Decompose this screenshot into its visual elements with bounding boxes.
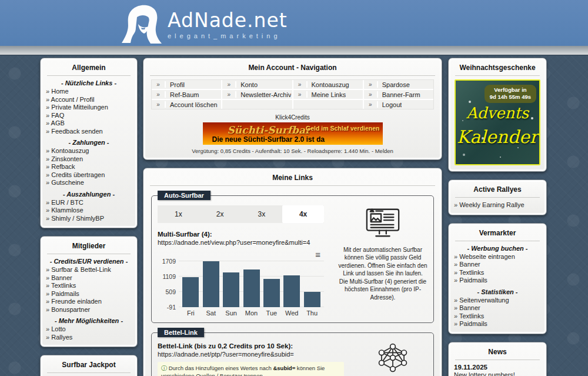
chart-bar xyxy=(182,277,199,307)
site-logo[interactable]: AdNade.net elegant_marketing xyxy=(121,4,288,45)
panel-surfbar-jackpot: Surfbar Jackpot ★ 176,82 Credits xyxy=(40,355,138,376)
sidebar-item-eur-btc[interactable]: EUR / BTC xyxy=(46,199,132,207)
sidebar-item-home[interactable]: Home xyxy=(46,88,132,96)
nav-item-ref-baum[interactable]: »Ref-Baum xyxy=(152,90,221,99)
surfbar-chart-xlabels: FriSatSunMonTueWedThu xyxy=(179,310,324,317)
panel-title: News xyxy=(455,347,540,360)
network-nodes-icon xyxy=(377,342,408,373)
countdown-timer: 9d 14h 55m 49s xyxy=(490,94,531,101)
monitor-browser-icon xyxy=(365,205,401,239)
nav-item-spardose[interactable]: »Spardose xyxy=(364,80,433,89)
panel-title: Surfbar Jackpot xyxy=(47,360,131,373)
sidebar-item-seitenverwaltung[interactable]: Seitenverwaltung xyxy=(454,297,541,305)
section-header: - Statistiken - xyxy=(454,288,541,295)
ad-banner-tagline: Geld im Schlaf verdienen xyxy=(306,125,379,132)
nav-item-account-loeschen[interactable]: »Account löschen xyxy=(152,100,221,109)
nav-label: Profil xyxy=(166,81,185,88)
surfbar-chart-bars xyxy=(179,259,324,307)
panel-title: Meine Links xyxy=(150,172,435,186)
hint-text: Durch das Hinzufügen eines Wertes nach xyxy=(169,365,272,371)
nav-item-konto[interactable]: »Konto xyxy=(222,80,292,89)
tab-3x[interactable]: 3x xyxy=(241,205,283,223)
logo-subtitle: elegant_marketing xyxy=(168,32,288,39)
nav-label: Konto xyxy=(236,81,258,88)
section-header: - Credits/EUR verdienen - xyxy=(46,258,132,265)
tab-4x[interactable]: 4x xyxy=(282,205,324,223)
sidebar-item-gutscheine[interactable]: Gutscheine xyxy=(46,179,132,187)
panel-news: News 19.11.2025 New lottery numbers! 9 1… xyxy=(448,342,547,376)
countdown-badge: Verfügbar in 9d 14h 55m 49s xyxy=(485,85,536,103)
chart-ytick: 1109 xyxy=(162,273,176,280)
chart-bar xyxy=(304,292,320,307)
nav-item-meine-links[interactable]: »Meine Links xyxy=(293,90,363,99)
chart-xlabel: Fri xyxy=(182,310,199,317)
sidebar-item-rallyes[interactable]: Rallyes xyxy=(46,334,132,342)
tab-2x[interactable]: 2x xyxy=(199,205,241,223)
panel-weihnachtsgeschenke: Weihnachtsgeschenke Verfügbar in 9d 14h … xyxy=(448,58,547,172)
nav-label: Ref-Baum xyxy=(166,91,199,98)
sidebar-item-paidmails[interactable]: Paidmails xyxy=(46,290,132,298)
advents-kalender-banner[interactable]: Verfügbar in 9d 14h 55m 49s Advents Kale… xyxy=(455,79,540,165)
panel-allgemein: Allgemein - Nützliche Links - Home Accou… xyxy=(40,58,138,228)
sidebar-item-lotto[interactable]: Lotto xyxy=(46,325,132,334)
auto-surfbar-legend: Auto-Surfbar xyxy=(158,191,211,200)
sidebar-item-private-mitteilungen[interactable]: Private Mitteilungen xyxy=(46,104,132,112)
multi-surfbar-url[interactable]: https://adnade.net/view.php?user=moneyfi… xyxy=(158,239,324,246)
sidebar-item-banner[interactable]: Banner xyxy=(46,274,132,282)
sidebar-item-kontoauszug[interactable]: Kontoauszug xyxy=(46,147,132,155)
panel-title: Mein Account - Navigation xyxy=(150,62,435,76)
suechti-surfbar-ad-banner[interactable]: Süchti-Surfbar Geld im Schlaf verdienen … xyxy=(203,122,383,145)
tab-1x[interactable]: 1x xyxy=(158,205,199,223)
surfbar-multiplier-tabs: 1x 2x 3x 4x xyxy=(158,205,324,223)
chart-xlabel: Sun xyxy=(223,310,239,317)
sidebar-item-textlinks-buchen[interactable]: Textlinks xyxy=(454,269,541,277)
sidebar-item-paidmails-statistik[interactable]: Paidmails xyxy=(454,320,541,328)
sidebar-item-shimly[interactable]: Shimly / ShimlyBP xyxy=(46,215,132,223)
section-header: - Nützliche Links - xyxy=(46,79,132,86)
sidebar-item-banner-buchen[interactable]: Banner xyxy=(454,261,541,269)
sidebar-item-agb[interactable]: AGB xyxy=(46,119,132,128)
sidebar-item-weekly-earning-rallye[interactable]: Weekly Earning Rallye xyxy=(454,201,541,209)
sidebar-item-feedback[interactable]: Feedback senden xyxy=(46,128,132,136)
panel-mitglieder: Mitglieder - Credits/EUR verdienen - Sur… xyxy=(40,236,138,347)
sidebar-item-textlinks[interactable]: Textlinks xyxy=(46,282,132,290)
chart-menu-icon[interactable]: ≡ xyxy=(315,251,320,258)
sidebar-item-credits-uebertragen[interactable]: Credits übertragen xyxy=(46,171,132,179)
nav-arrow-icon: » xyxy=(364,91,378,98)
sidebar-item-surfbar-bettel-link[interactable]: Surfbar & Bettel-Link xyxy=(46,266,132,274)
nav-arrow-icon: » xyxy=(152,81,166,88)
sidebar-item-freunde-einladen[interactable]: Freunde einladen xyxy=(46,298,132,306)
sidebar-item-zinskonten[interactable]: Zinskonten xyxy=(46,155,132,164)
nav-item-kontoauszug[interactable]: »Kontoauszug xyxy=(293,80,363,89)
header-divider-strip xyxy=(0,46,588,55)
chart-bar xyxy=(223,272,239,307)
nav-label: Newsletter-Archiv xyxy=(236,91,291,98)
sidebar-item-klammlose[interactable]: Klammlose xyxy=(46,207,132,215)
auto-surfbar-group: Auto-Surfbar 1x 2x 3x 4x Multi-Surfbar (… xyxy=(151,195,434,323)
sidebar-item-textlinks-statistik[interactable]: Textlinks xyxy=(454,312,541,321)
countdown-label: Verfügbar in xyxy=(490,86,531,94)
multi-surfbar-label: Multi-Surfbar (4): xyxy=(158,231,324,238)
klick4credits-label: Klick4Credits xyxy=(149,114,436,121)
sidebar-item-webseite-eintragen[interactable]: Webseite eintragen xyxy=(454,253,541,261)
chart-bar xyxy=(203,261,219,307)
bettel-link-url[interactable]: https://adnade.net/ptp/?user=moneyfire&s… xyxy=(158,351,344,358)
chart-bar xyxy=(243,269,260,307)
nav-arrow-icon: » xyxy=(152,91,166,98)
nav-item-profil[interactable]: »Profil xyxy=(152,80,221,89)
nav-arrow-icon: » xyxy=(293,91,308,98)
sidebar-item-refback[interactable]: Refback xyxy=(46,163,132,171)
logo-face-icon xyxy=(121,4,165,45)
sidebar-item-account-profil[interactable]: Account / Profil xyxy=(46,96,132,104)
panel-meine-links: Meine Links Auto-Surfbar 1x 2x 3x 4x Mul… xyxy=(143,168,442,376)
panel-account-navigation: Mein Account - Navigation »Profil »Konto… xyxy=(143,58,442,160)
nav-item-banner-farm[interactable]: »Banner-Farm xyxy=(364,90,433,99)
sidebar-item-bonuspartner[interactable]: Bonuspartner xyxy=(46,306,132,314)
sidebar-item-faq[interactable]: FAQ xyxy=(46,112,132,120)
section-header: - Auszahlungen - xyxy=(46,191,132,198)
nav-item-logout[interactable]: »Logout xyxy=(364,100,433,109)
sidebar-item-banner-statistik[interactable]: Banner xyxy=(454,304,541,312)
sidebar-item-paidmails-buchen[interactable]: Paidmails xyxy=(454,277,541,285)
nav-arrow-icon: » xyxy=(222,91,236,98)
nav-item-newsletter-archiv[interactable]: »Newsletter-Archiv xyxy=(222,90,292,99)
